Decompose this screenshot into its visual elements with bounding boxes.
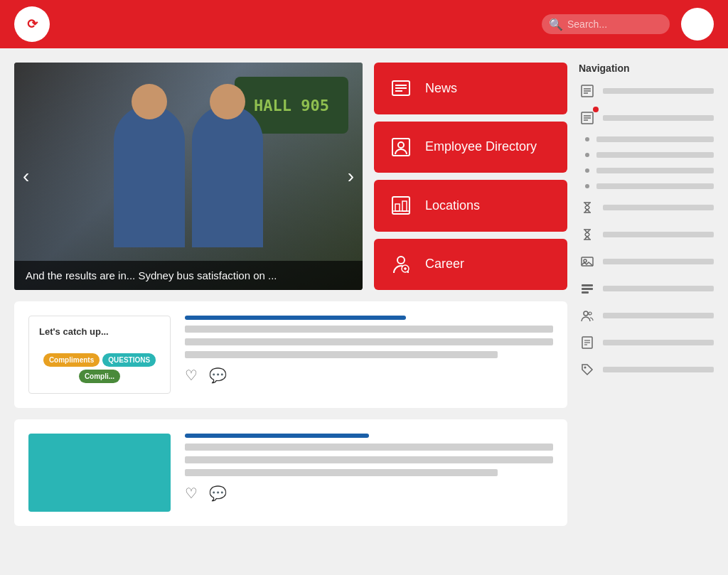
feed-line-2a [185, 444, 553, 451]
speech-bubbles: Compliments QUESTIONS Compli... [39, 353, 160, 383]
feed-line-1b [185, 338, 553, 345]
svg-rect-27 [582, 288, 593, 290]
feed-line-1c [185, 351, 498, 358]
sidebar-item-2[interactable] [579, 109, 714, 127]
sidebar-item-1[interactable] [579, 82, 714, 100]
carousel-people [114, 105, 263, 247]
sidebar-item-6[interactable] [579, 280, 714, 297]
sidebar-dot-item-4[interactable] [579, 183, 714, 189]
sidebar-line-5 [603, 259, 714, 264]
svg-point-35 [584, 367, 587, 369]
person-2 [192, 105, 263, 247]
main-container: HALL 905 ‹ › And the results are in... S… [0, 48, 728, 540]
svg-point-29 [584, 311, 588, 316]
sidebar-dot-3 [585, 168, 589, 173]
locations-label: Locations [425, 198, 480, 213]
logo[interactable]: ⟳ [14, 6, 50, 42]
comment-button-1[interactable]: 💬 [209, 367, 227, 384]
carousel: HALL 905 ‹ › And the results are in... S… [14, 63, 363, 290]
sidebar-line-2 [603, 115, 714, 121]
employee-directory-icon [388, 134, 414, 160]
feed-content-1: ♡ 💬 [185, 316, 553, 384]
svg-text:⟳: ⟳ [27, 17, 38, 31]
news-label: News [425, 81, 457, 96]
feed-title-bar-1 [185, 316, 406, 320]
content-area: HALL 905 ‹ › And the results are in... S… [14, 63, 567, 526]
carousel-image: HALL 905 [14, 63, 363, 290]
sidebar-dot-item-3[interactable] [579, 168, 714, 173]
sidebar-dot-item-1[interactable] [579, 136, 714, 142]
feed-line-1a [185, 326, 553, 333]
nav-button-career[interactable]: Career [374, 239, 567, 291]
feed-card-2: ♡ 💬 [14, 419, 567, 526]
career-label: Career [425, 257, 464, 272]
bubble-compliments: Compliments [43, 353, 100, 367]
comment-button-2[interactable]: 💬 [209, 485, 227, 502]
svg-point-30 [589, 312, 592, 315]
sidebar-icon-hourglass-2 [579, 226, 596, 243]
sidebar-icon-1 [579, 82, 596, 100]
sidebar-item-5[interactable] [579, 253, 714, 270]
feed-actions-2: ♡ 💬 [185, 485, 553, 502]
bubble-questions: QUESTIONS [102, 353, 156, 367]
svg-rect-9 [395, 204, 400, 211]
nav-button-news[interactable]: News [374, 63, 567, 114]
sidebar-dot-line-2 [596, 152, 714, 158]
sidebar-dot-line-3 [596, 168, 714, 173]
sidebar-line-7 [603, 313, 714, 318]
person-1 [114, 105, 185, 247]
sidebar-icon-tag [579, 361, 596, 378]
sidebar-dot-1 [585, 137, 589, 141]
header-right: 🔍 [542, 8, 714, 41]
nav-button-employee-directory[interactable]: Employee Directory [374, 122, 567, 173]
avatar[interactable] [681, 8, 714, 41]
search-wrapper: 🔍 [542, 14, 670, 34]
sidebar-item-4[interactable] [579, 226, 714, 243]
svg-rect-26 [582, 284, 593, 286]
sidebar-item-8[interactable] [579, 334, 714, 351]
sidebar-item-3[interactable] [579, 199, 714, 216]
feed-line-2b [185, 456, 553, 463]
top-section: HALL 905 ‹ › And the results are in... S… [14, 63, 567, 290]
sidebar-item-9[interactable] [579, 361, 714, 378]
feed-card-1: Let's catch up... Compliments QUESTIONS … [14, 301, 567, 408]
sidebar-icon-document [579, 334, 596, 351]
right-sidebar: Navigation [579, 63, 714, 526]
sidebar-icon-image [579, 253, 596, 270]
sidebar-dot-line-1 [596, 136, 714, 142]
sidebar-line-1 [603, 88, 714, 94]
bubble-complaints: Compli... [79, 370, 120, 383]
svg-point-7 [398, 142, 404, 148]
nav-buttons: News Employee Directory [374, 63, 567, 290]
sidebar-icon-2 [579, 109, 596, 127]
sidebar-line-4 [603, 232, 714, 237]
employee-directory-label: Employee Directory [425, 139, 537, 154]
carousel-next-button[interactable]: › [342, 159, 360, 193]
like-button-2[interactable]: ♡ [185, 485, 198, 502]
feed-thumb-2 [28, 434, 171, 512]
notification-badge [593, 107, 599, 112]
sidebar-dot-4 [585, 184, 589, 188]
sidebar-icon-people [579, 307, 596, 324]
svg-rect-28 [582, 291, 589, 294]
like-button-1[interactable]: ♡ [185, 367, 198, 384]
feed-line-2c [185, 469, 498, 476]
sidebar-icon-menu [579, 280, 596, 297]
sidebar-dot-2 [585, 153, 589, 157]
carousel-caption: And the results are in... Sydney bus sat… [14, 261, 363, 290]
nav-button-locations[interactable]: Locations [374, 180, 567, 232]
svg-rect-10 [402, 201, 407, 211]
header: ⟳ 🔍 [0, 0, 728, 48]
sidebar-dot-item-2[interactable] [579, 152, 714, 158]
career-icon [388, 252, 414, 277]
sidebar-line-3 [603, 205, 714, 210]
sidebar-title: Navigation [579, 63, 714, 74]
sidebar-line-8 [603, 340, 714, 345]
svg-point-12 [397, 257, 405, 264]
feed-actions-1: ♡ 💬 [185, 367, 553, 384]
sidebar-line-9 [603, 367, 714, 372]
carousel-prev-button[interactable]: ‹ [17, 159, 35, 193]
sidebar-item-7[interactable] [579, 307, 714, 324]
feed-content-2: ♡ 💬 [185, 434, 553, 502]
sidebar-icon-hourglass-1 [579, 199, 596, 216]
